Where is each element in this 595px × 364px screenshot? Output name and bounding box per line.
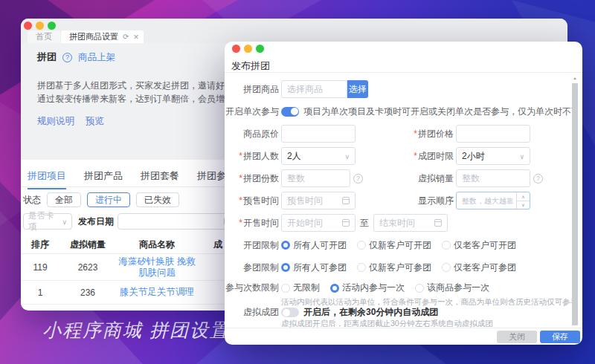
window-chrome: 首页 拼团商品设置 — [21, 19, 567, 43]
group-price-label: *拼团价格 — [363, 128, 454, 140]
radio-selected-icon — [281, 241, 290, 250]
group-size-label: *拼团人数 — [225, 150, 279, 163]
presale-time-label: *预售时间 — [225, 195, 279, 207]
card-type-select[interactable]: 是否卡项 — [23, 213, 72, 230]
tab-group-settings[interactable]: 拼团商品设置 — [61, 30, 144, 43]
zoom-window-button[interactable] — [48, 22, 56, 30]
group-deadline-label: *成团时限 — [363, 150, 454, 163]
original-price-label: 商品原价 — [225, 128, 279, 140]
radio-option[interactable]: 仅老客户可开团 — [442, 239, 516, 252]
required-mark: * — [239, 173, 242, 183]
close-tab-icon[interactable] — [133, 33, 138, 42]
product-input-wrap — [281, 80, 347, 98]
radio-option[interactable]: 仅新客户可开团 — [357, 239, 431, 252]
group-count-wrap — [281, 169, 350, 187]
publish-date-label: 发布日期 — [78, 215, 114, 228]
radio-option[interactable]: 仅老客户可参团 — [442, 261, 516, 274]
col-product-name: 商品名称 — [116, 238, 198, 251]
status-filter-row: 状态 全部 进行中 已失效 — [23, 192, 179, 207]
help-icon[interactable] — [62, 53, 72, 62]
minimize-window-button[interactable] — [36, 22, 44, 30]
radio-icon — [442, 241, 451, 250]
sale-start-input[interactable] — [287, 218, 339, 228]
sale-end-input[interactable] — [379, 218, 431, 228]
product-label: 拼团商品 — [225, 83, 279, 96]
field-virtual-group: 虚拟成团 开启后，在剩余30分钟内自动成团 虚拟成团开启后，距离成团截止30分钟… — [225, 306, 572, 328]
wallpaper-caption: 小程序商城 拼团设置 — [42, 318, 230, 342]
required-mark: * — [239, 151, 242, 161]
publish-date-input[interactable] — [118, 213, 237, 230]
scroll-up-icon[interactable] — [572, 74, 578, 82]
chevron-down-icon — [519, 151, 524, 161]
preview-link[interactable]: 预览 — [86, 115, 104, 128]
save-button[interactable]: 保存 — [540, 331, 580, 343]
status-all-button[interactable]: 全部 — [47, 192, 81, 207]
field-size-row: *拼团人数 2人 *成团时限 2小时 — [225, 145, 572, 167]
product-listing-link[interactable]: 商品上架 — [78, 51, 115, 64]
virtual-group-note: 开启后，在剩余30分钟内自动成团 — [303, 306, 438, 319]
refresh-icon[interactable] — [123, 33, 129, 41]
radio-option[interactable]: 无限制 — [281, 282, 320, 294]
calendar-icon — [342, 197, 350, 204]
group-size-value: 2人 — [287, 150, 301, 163]
close-window-button[interactable] — [232, 45, 240, 53]
minimize-window-button[interactable] — [244, 45, 252, 53]
page-header: 拼团 商品上架 — [37, 51, 115, 64]
question-circle-icon[interactable] — [353, 174, 363, 183]
close-window-button[interactable] — [24, 22, 32, 30]
group-price-input[interactable] — [462, 129, 524, 139]
rules-link[interactable]: 规则说明 — [37, 115, 74, 128]
start-limit-label: 开团限制 — [225, 239, 279, 252]
radio-icon — [357, 241, 366, 250]
close-button[interactable]: 关闭 — [497, 331, 537, 343]
presale-time-input[interactable] — [287, 195, 339, 206]
radio-selected-icon — [281, 263, 290, 272]
radio-icon — [281, 284, 290, 293]
radio-selected-icon — [330, 284, 339, 293]
radio-option[interactable]: 仅新客户可参团 — [357, 261, 431, 274]
group-deadline-select[interactable]: 2小时 — [456, 147, 530, 165]
radio-option[interactable]: 活动内参与一次 — [330, 282, 405, 294]
status-expired-button[interactable]: 已失效 — [136, 192, 179, 207]
tab-home[interactable]: 首页 — [28, 30, 60, 43]
field-count-row: *拼团份数 虚拟销量 — [225, 167, 572, 189]
question-circle-icon[interactable] — [533, 174, 543, 183]
choose-product-button[interactable]: 选择 — [347, 80, 368, 98]
virtual-group-toggle[interactable] — [281, 308, 299, 317]
group-size-select[interactable]: 2人 — [281, 147, 356, 165]
number-stepper — [516, 192, 530, 209]
modal-form: 拼团商品 选择 开启单次参与 项目为单次项目及卡项时可开启或关闭单次是否参与，仅… — [225, 73, 572, 328]
radio-option[interactable]: 所有人可参团 — [281, 261, 347, 274]
field-presale-row: *预售时间 显示顺序 — [225, 189, 572, 212]
single-join-label: 开启单次参与 — [225, 105, 279, 118]
group-price-wrap — [456, 125, 530, 143]
virtual-sales-input[interactable] — [462, 173, 524, 183]
required-mark: * — [414, 129, 417, 139]
zoom-window-button[interactable] — [256, 45, 264, 53]
join-limit-label: 参团限制 — [225, 261, 279, 274]
status-ongoing-button[interactable]: 进行中 — [87, 192, 130, 207]
original-price-input[interactable] — [287, 129, 350, 139]
scrollbar[interactable] — [572, 74, 578, 325]
radio-option[interactable]: 该商品参与一次 — [415, 282, 489, 294]
radio-option[interactable]: 所有人可开团 — [281, 239, 347, 252]
stepper-up-icon[interactable] — [517, 192, 530, 201]
product-name-link[interactable]: 膝关节足关节调理 — [116, 287, 198, 298]
group-count-input[interactable] — [287, 173, 344, 183]
product-input[interactable] — [287, 84, 341, 94]
display-order-input[interactable] — [462, 197, 513, 205]
product-name-link[interactable]: 海藻矽针换肤 挽救肌肤问题 — [116, 256, 198, 279]
original-price-wrap — [281, 125, 356, 143]
page-title: 拼团 — [37, 51, 57, 64]
card-type-value: 是否卡项 — [28, 210, 62, 233]
col-sort: 排序 — [21, 238, 60, 251]
single-join-toggle[interactable] — [281, 107, 299, 117]
field-single-join: 开启单次参与 项目为单次项目及卡项时可开启或关闭单次是否参与，仅为单次时不可关闭 — [225, 100, 572, 123]
stepper-down-icon[interactable] — [517, 201, 530, 209]
virtual-group-label: 虚拟成团 — [225, 306, 279, 319]
radio-icon — [442, 263, 451, 272]
chevron-down-icon — [62, 217, 67, 226]
cell-sales: 236 — [60, 287, 116, 298]
field-times-limit: 参与次数限制 无限制 活动内参与一次 该商品参与一次 活动内则代表以活动为单位，… — [225, 279, 572, 306]
scrollbar-thumb[interactable] — [572, 83, 578, 325]
